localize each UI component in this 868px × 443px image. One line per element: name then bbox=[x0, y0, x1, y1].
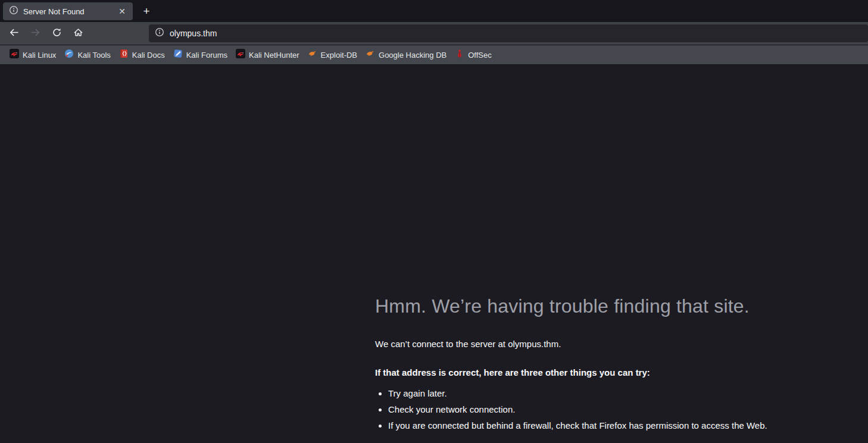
bookmark-label: Google Hacking DB bbox=[379, 51, 447, 60]
error-suggestions-header: If that address is correct, here are thr… bbox=[375, 367, 768, 378]
offsec-icon bbox=[455, 49, 464, 61]
kali-tools-icon bbox=[64, 49, 74, 61]
bookmark-item-kali-nethunter[interactable]: Kali NetHunter bbox=[232, 48, 303, 62]
bookmark-item-kali-docs[interactable]: Kali Docs bbox=[115, 48, 168, 62]
bookmark-label: Kali Forums bbox=[186, 51, 227, 60]
bookmark-item-kali-forums[interactable]: Kali Forums bbox=[170, 48, 231, 62]
bookmark-label: OffSec bbox=[468, 51, 492, 60]
bookmark-item-exploit-db[interactable]: Exploit-DB bbox=[304, 48, 361, 62]
bookmark-label: Exploit-DB bbox=[321, 51, 357, 60]
bookmark-item-kali-tools[interactable]: Kali Tools bbox=[61, 48, 114, 62]
url-bar[interactable]: olympus.thm bbox=[149, 24, 868, 42]
url-text[interactable]: olympus.thm bbox=[170, 29, 217, 38]
list-item: If you are connected but behind a firewa… bbox=[388, 420, 768, 431]
home-button[interactable] bbox=[68, 24, 88, 42]
error-page: Hmm. We’re having trouble finding that s… bbox=[0, 65, 868, 442]
kali-forums-icon bbox=[173, 49, 183, 61]
kali-docs-icon bbox=[119, 49, 129, 61]
new-tab-button[interactable]: + bbox=[138, 2, 155, 20]
back-button[interactable] bbox=[4, 24, 24, 42]
error-title: Hmm. We’re having trouble finding that s… bbox=[375, 294, 768, 318]
forward-arrow-icon bbox=[30, 27, 40, 40]
bookmark-item-google-hacking-db[interactable]: Google Hacking DB bbox=[362, 48, 450, 62]
tab-title: Server Not Found bbox=[23, 7, 111, 16]
list-item: Try again later. bbox=[388, 388, 768, 399]
tab-server-not-found[interactable]: Server Not Found ✕ bbox=[3, 2, 133, 20]
reload-icon bbox=[52, 27, 62, 40]
error-container: Hmm. We’re having trouble finding that s… bbox=[375, 294, 768, 436]
list-item: Check your network connection. bbox=[388, 404, 768, 415]
site-info-icon[interactable] bbox=[155, 27, 164, 39]
forward-button[interactable] bbox=[25, 24, 45, 42]
exploit-db-bird-icon bbox=[308, 49, 317, 61]
bookmark-label: Kali Tools bbox=[77, 51, 110, 60]
nav-toolbar: olympus.thm bbox=[0, 22, 868, 45]
reload-button[interactable] bbox=[46, 24, 67, 42]
tab-close-icon[interactable]: ✕ bbox=[116, 5, 128, 17]
bookmark-label: Kali Docs bbox=[132, 51, 165, 60]
bookmark-label: Kali Linux bbox=[23, 51, 56, 60]
bookmark-label: Kali NetHunter bbox=[249, 51, 299, 60]
back-arrow-icon bbox=[9, 27, 19, 40]
bookmarks-toolbar: Kali Linux Kali Tools Kali Docs bbox=[0, 45, 868, 65]
error-suggestion-list: Try again later. Check your network conn… bbox=[375, 388, 768, 431]
bookmark-item-kali-linux[interactable]: Kali Linux bbox=[6, 48, 60, 62]
home-icon bbox=[73, 27, 83, 40]
exploit-db-bird-icon bbox=[366, 49, 375, 61]
kali-dragon-icon bbox=[10, 49, 19, 61]
plus-icon: + bbox=[143, 5, 149, 18]
tab-info-icon bbox=[9, 5, 18, 17]
tab-bar: Server Not Found ✕ + bbox=[0, 0, 868, 22]
kali-dragon-icon bbox=[236, 49, 245, 61]
error-description: We can’t connect to the server at olympu… bbox=[375, 338, 768, 350]
browser-window: Server Not Found ✕ + bbox=[0, 0, 868, 443]
bookmark-item-offsec[interactable]: OffSec bbox=[451, 48, 495, 62]
